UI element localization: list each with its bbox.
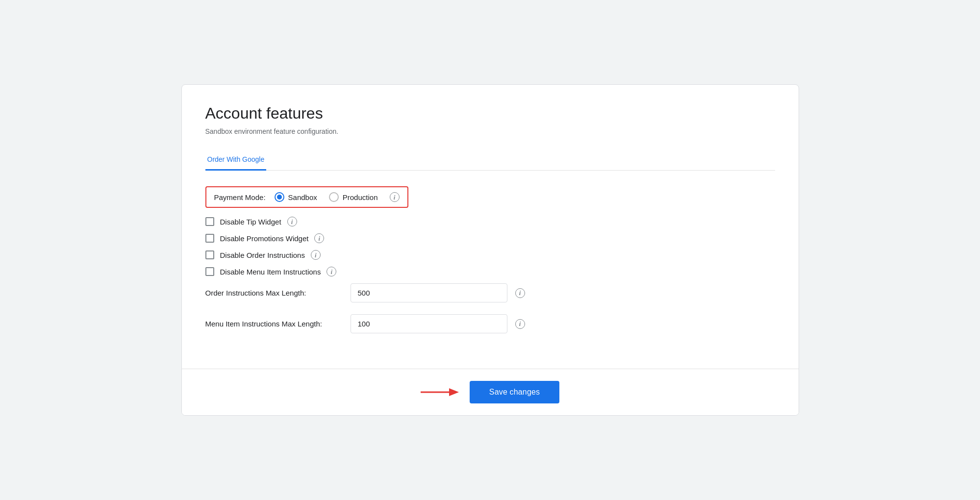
- checkbox-label-disable-order-instructions: Disable Order Instructions: [220, 251, 305, 259]
- info-icon-disable-promotions[interactable]: i: [314, 233, 324, 243]
- checkbox-row-disable-tip: Disable Tip Widgeti: [205, 217, 775, 226]
- info-icon-disable-tip[interactable]: i: [287, 217, 297, 226]
- card-body: Account features Sandbox environment fea…: [182, 85, 799, 369]
- radio-production-circle[interactable]: [329, 192, 339, 202]
- radio-sandbox-circle[interactable]: [275, 192, 284, 202]
- checkbox-row-disable-order-instructions: Disable Order Instructionsi: [205, 250, 775, 260]
- payment-mode-info-icon[interactable]: i: [390, 192, 400, 202]
- payment-mode-radio-group: Sandbox Production i: [275, 192, 400, 202]
- checkboxes-container: Disable Tip WidgetiDisable Promotions Wi…: [205, 217, 775, 276]
- checkbox-disable-menu-item-instructions[interactable]: [205, 267, 214, 276]
- card-footer: Save changes: [182, 369, 799, 415]
- page-title: Account features: [205, 104, 775, 123]
- fields-container: Order Instructions Max Length:iMenu Item…: [205, 283, 775, 333]
- checkbox-disable-promotions[interactable]: [205, 234, 214, 243]
- radio-sandbox[interactable]: Sandbox: [275, 192, 317, 202]
- checkbox-label-disable-menu-item-instructions: Disable Menu Item Instructions: [220, 268, 321, 276]
- checkbox-label-disable-promotions: Disable Promotions Widget: [220, 234, 309, 243]
- radio-production[interactable]: Production: [329, 192, 378, 202]
- field-input-menu-item-instructions-max-length[interactable]: [351, 314, 507, 333]
- field-row-menu-item-instructions-max-length: Menu Item Instructions Max Length:i: [205, 314, 775, 333]
- page-subtitle: Sandbox environment feature configuratio…: [205, 127, 775, 135]
- svg-marker-1: [449, 388, 459, 396]
- info-icon-disable-menu-item-instructions[interactable]: i: [327, 267, 336, 276]
- checkbox-disable-order-instructions[interactable]: [205, 250, 214, 259]
- field-info-icon-order-instructions-max-length[interactable]: i: [515, 288, 525, 298]
- field-input-order-instructions-max-length[interactable]: [351, 283, 507, 302]
- info-icon-disable-order-instructions[interactable]: i: [311, 250, 321, 260]
- tabs-container: Order With Google: [205, 149, 775, 171]
- checkbox-row-disable-promotions: Disable Promotions Widgeti: [205, 233, 775, 243]
- field-label-order-instructions-max-length: Order Instructions Max Length:: [205, 289, 343, 297]
- checkbox-label-disable-tip: Disable Tip Widget: [220, 218, 281, 226]
- radio-sandbox-label: Sandbox: [288, 193, 317, 201]
- field-row-order-instructions-max-length: Order Instructions Max Length:i: [205, 283, 775, 302]
- radio-production-label: Production: [343, 193, 378, 201]
- field-label-menu-item-instructions-max-length: Menu Item Instructions Max Length:: [205, 320, 343, 328]
- payment-mode-label: Payment Mode:: [214, 193, 266, 201]
- tab-order-with-google[interactable]: Order With Google: [205, 150, 267, 171]
- account-features-card: Account features Sandbox environment fea…: [181, 84, 799, 416]
- save-arrow-icon: [421, 385, 460, 399]
- checkbox-disable-tip[interactable]: [205, 217, 214, 226]
- arrow-container: [421, 385, 460, 399]
- checkbox-row-disable-menu-item-instructions: Disable Menu Item Instructionsi: [205, 267, 775, 276]
- save-changes-button[interactable]: Save changes: [470, 381, 559, 403]
- field-info-icon-menu-item-instructions-max-length[interactable]: i: [515, 319, 525, 329]
- payment-mode-box: Payment Mode: Sandbox Production i: [205, 186, 408, 208]
